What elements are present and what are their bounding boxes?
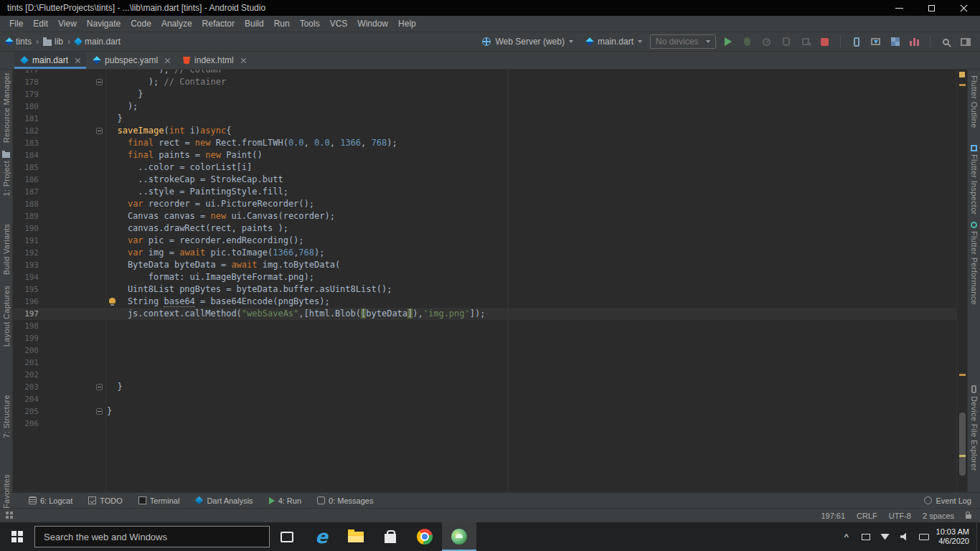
menu-file[interactable]: File (4, 19, 28, 29)
tray-hidden-icons[interactable]: ^ (840, 527, 853, 547)
menu-build[interactable]: Build (240, 19, 269, 29)
taskbar-clock[interactable]: 10:03 AM 4/6/2020 (933, 527, 976, 546)
code-line[interactable]: 179 } (13, 88, 956, 100)
tool-stripe-device-file-explorer[interactable]: Device File Explorer (970, 385, 979, 471)
analysis-status-indicator[interactable] (959, 72, 965, 77)
code-line[interactable]: 205} (13, 405, 956, 418)
code-line[interactable]: 190 canvas.drawRect(rect, paints ); (13, 222, 956, 235)
lock-icon[interactable] (966, 514, 971, 519)
code-line[interactable]: 180 ); (13, 100, 956, 113)
code-line[interactable]: 187 ..style = PaintingStyle.fill; (13, 186, 956, 198)
maximize-button[interactable] (915, 0, 948, 16)
code-line[interactable]: 182 saveImage(int i)async{ (13, 125, 956, 137)
status-2-spaces[interactable]: 2 spaces (923, 512, 954, 520)
close-button[interactable] (948, 0, 980, 16)
error-stripe[interactable] (956, 70, 967, 492)
tool-stripe-layout-captures[interactable]: Layout Captures (2, 286, 11, 347)
fold-marker-icon[interactable] (96, 128, 103, 134)
menu-vcs[interactable]: VCS (325, 19, 353, 29)
tray-ethernet[interactable] (859, 527, 872, 547)
minimize-button[interactable] (883, 0, 915, 16)
menu-edit[interactable]: Edit (28, 19, 53, 29)
tool-window-button-dart-analysis[interactable]: Dart Analysis (195, 496, 253, 505)
stop-button[interactable] (816, 33, 834, 50)
taskbar-file-explorer[interactable] (339, 522, 373, 551)
profile-button[interactable] (758, 33, 776, 50)
run-button[interactable] (719, 33, 737, 50)
menu-refactor[interactable]: Refactor (197, 19, 240, 29)
breadcrumb-item-lib[interactable]: lib (43, 37, 63, 47)
status-197-61[interactable]: 197:61 (821, 512, 845, 520)
tool-window-button-todo[interactable]: TODO (88, 496, 123, 505)
fold-marker-icon[interactable] (96, 408, 103, 415)
menu-analyze[interactable]: Analyze (156, 19, 197, 29)
code-line[interactable]: 199 (13, 332, 956, 344)
code-line[interactable]: 185 ..color = colorList[i] (13, 161, 956, 174)
tray-touch-keyboard[interactable] (918, 527, 930, 547)
start-button[interactable] (0, 522, 34, 551)
close-tab-icon[interactable] (164, 57, 171, 64)
close-tab-icon[interactable] (75, 57, 81, 64)
debug-button[interactable] (738, 33, 756, 50)
code-line[interactable]: 202 (13, 369, 956, 381)
menu-view[interactable]: View (53, 19, 82, 29)
menu-window[interactable]: Window (352, 19, 393, 29)
tab-pubspec-yaml[interactable]: pubspec.yaml (87, 52, 176, 69)
status-utf-8[interactable]: UTF-8 (889, 512, 911, 520)
warning-mark[interactable] (959, 84, 966, 86)
taskbar-chrome[interactable] (407, 522, 442, 551)
menu-tools[interactable]: Tools (295, 19, 325, 29)
breadcrumb-item-tints[interactable]: tints (6, 37, 32, 47)
code-line[interactable]: 183 final rect = new Rect.fromLTWH(0.0, … (13, 137, 956, 149)
taskbar-search-input[interactable] (34, 526, 270, 547)
code-line[interactable]: 194 format: ui.ImageByteFormat.png); (13, 271, 956, 283)
device-selector[interactable]: Web Server (web) (477, 35, 578, 48)
show-desktop-button[interactable] (976, 522, 980, 551)
tool-stripe-flutter-performance[interactable]: Flutter Performance (970, 222, 979, 305)
tab-index-html[interactable]: index.html (176, 52, 252, 69)
menu-run[interactable]: Run (269, 19, 295, 29)
code-line[interactable]: 189 Canvas canvas = new ui.Canvas(record… (13, 210, 956, 222)
code-line[interactable]: 203 } (13, 381, 956, 393)
warning-mark[interactable] (959, 374, 966, 376)
code-line[interactable]: 181 } (13, 113, 956, 125)
code-line[interactable]: 196 String base64 = base64Encode(pngByte… (13, 296, 956, 308)
taskbar-task-view[interactable] (270, 522, 304, 551)
taskbar-store[interactable] (373, 522, 407, 551)
code-line[interactable]: 206 (13, 418, 956, 430)
scrollbar-thumb[interactable] (959, 413, 966, 476)
tool-stripe-7-structure[interactable]: 7: Structure (2, 395, 11, 438)
tool-window-button-0-messages[interactable]: 0: Messages (317, 496, 373, 505)
tool-window-button-4-run[interactable]: 4: Run (269, 496, 301, 505)
code-line[interactable]: 201 (13, 357, 956, 369)
close-tab-icon[interactable] (240, 57, 247, 64)
intention-bulb-icon[interactable] (109, 298, 116, 303)
fold-marker-icon[interactable] (96, 384, 103, 390)
sdk-manager-button[interactable] (867, 33, 885, 50)
code-line[interactable]: 204 (13, 393, 956, 405)
menu-code[interactable]: Code (126, 19, 156, 29)
tool-stripe-build-variants[interactable]: Build Variants (2, 224, 11, 275)
tool-window-quick-access-icon[interactable] (6, 512, 14, 519)
breadcrumb-item-main-dart[interactable]: main.dart (75, 37, 121, 47)
code-line[interactable]: 184 final paints = new Paint() (13, 149, 956, 161)
layout-inspector-button[interactable] (886, 33, 904, 50)
tool-stripe-flutter-inspector[interactable]: Flutter Inspector (970, 145, 979, 215)
taskbar-android-studio[interactable] (442, 522, 476, 551)
fold-marker-icon[interactable] (96, 79, 103, 85)
target-device-selector[interactable]: No devices (650, 34, 716, 49)
tool-window-button-6-logcat[interactable]: 6: Logcat (29, 496, 72, 505)
search-everywhere-button[interactable] (937, 33, 955, 50)
menu-navigate[interactable]: Navigate (82, 19, 126, 29)
tool-stripe-1-project[interactable]: 1: Project (2, 152, 11, 196)
tool-window-button-terminal[interactable]: Terminal (138, 496, 180, 505)
profiler-button[interactable] (905, 33, 923, 50)
code-line[interactable]: 177 ), // Column (13, 70, 956, 76)
menu-help[interactable]: Help (393, 19, 421, 29)
editor[interactable]: 177 ), // Column178 ); // Container179 }… (13, 70, 967, 492)
code-line[interactable]: 186 ..strokeCap = StrokeCap.butt (13, 174, 956, 186)
tray-volume[interactable] (898, 527, 911, 547)
coverage-button[interactable] (777, 33, 795, 50)
avd-manager-button[interactable] (847, 33, 865, 50)
tool-stripe-favorites[interactable]: Favorites (2, 474, 11, 509)
